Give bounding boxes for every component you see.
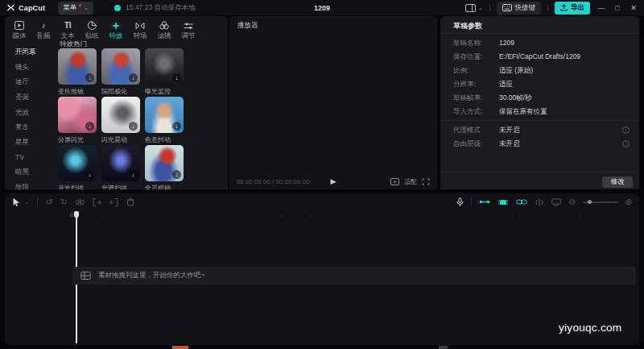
tab-filters[interactable]: 滤镜 — [152, 19, 176, 43]
category-item[interactable]: TV — [5, 150, 55, 165]
tab-transitions[interactable]: 转场 — [128, 19, 152, 43]
trim-left-icon[interactable] — [93, 198, 101, 206]
effects-sparkle-icon — [111, 21, 121, 31]
export-icon — [560, 4, 568, 11]
global-preview-icon[interactable] — [551, 198, 561, 206]
effect-card[interactable]: 光谱扫描 — [101, 145, 140, 189]
category-item[interactable]: 故障 — [5, 180, 55, 189]
tab-effects[interactable]: 特效 — [104, 19, 128, 43]
info-icon[interactable] — [622, 140, 630, 147]
chevron-down-icon — [84, 5, 89, 11]
effect-card[interactable]: 全景模糊 — [145, 145, 184, 189]
modify-button[interactable]: 修改 — [602, 177, 633, 188]
cursor-mode-chevron-icon[interactable] — [24, 199, 29, 206]
effect-card[interactable]: 曝光监控 — [145, 48, 184, 96]
effect-thumbnail — [101, 48, 140, 85]
fit-ratio-icon[interactable] — [390, 178, 399, 185]
param-row: 保存位置: E:/EFI/CapCut Drafts/1209 — [453, 52, 580, 62]
timeline-zoom-slider[interactable] — [583, 202, 618, 203]
select-cursor-icon[interactable] — [12, 197, 21, 207]
info-icon[interactable] — [622, 127, 630, 134]
slider-knob[interactable] — [588, 200, 592, 204]
text-icon — [64, 20, 71, 31]
tab-adjust[interactable]: 调节 — [176, 19, 200, 43]
library-tab-bar: 媒体 音频 文本 贴纸 特效 转场 滤镜 调节 — [7, 19, 200, 43]
linkage-toggle-icon[interactable] — [516, 198, 527, 206]
trim-right-icon[interactable] — [109, 198, 118, 206]
timeline-panel: 0 素材拖拽到这里，开始你的大作吧~ — [5, 193, 639, 345]
param-toggle-row: 自由层级: 未开启 — [453, 139, 520, 149]
fit-ratio-label[interactable]: 适配 — [404, 177, 417, 186]
effect-name: 色差抖动 — [145, 135, 184, 144]
auto-snap-toggle-icon[interactable] — [497, 198, 509, 206]
media-placeholder-icon — [80, 271, 91, 280]
chevron-down-icon — [478, 5, 483, 11]
effect-card[interactable]: 色差抖动 — [145, 97, 184, 144]
download-icon — [85, 122, 94, 131]
player-controls-bar: 00:00:00:00 / 00:00:00:00 适配 — [229, 173, 437, 189]
maximize-button[interactable]: □ — [613, 4, 622, 12]
effect-thumbnail — [145, 48, 184, 85]
empty-track-dropzone[interactable]: 素材拖拽到这里，开始你的大作吧~ — [72, 267, 636, 285]
divider — [471, 197, 472, 206]
autosave-status-icon — [114, 5, 121, 11]
layout-icon — [465, 4, 476, 12]
player-time-separator: / — [272, 178, 274, 185]
effect-card[interactable]: 隔阳极化 — [101, 48, 140, 96]
draft-params-panel: 草稿参数 草稿名称: 1209 保存位置: E:/EFI/CapCut Draf… — [440, 16, 639, 189]
keyboard-icon — [502, 4, 512, 11]
autosave-status-text: 15:47:23 自动保存本地 — [126, 3, 195, 13]
effect-name: 变焦推镜 — [58, 87, 97, 96]
category-item[interactable]: 圣诞 — [5, 90, 55, 106]
category-item[interactable]: 迪厅 — [5, 75, 55, 90]
export-button[interactable]: 导出 — [555, 2, 590, 15]
record-mic-icon[interactable] — [456, 197, 464, 207]
sticker-icon — [88, 21, 97, 30]
effects-category-list: 开闭幕 镜头 迪厅 圣诞 光效 复古 星星 TV 暗黑 故障 扭曲 — [5, 45, 55, 189]
layout-switch-button[interactable] — [465, 4, 483, 12]
shortcuts-button[interactable]: 快捷键 — [497, 2, 542, 15]
split-clip-icon[interactable] — [76, 198, 85, 206]
timeline-toolbar — [5, 193, 639, 210]
download-icon — [129, 73, 138, 82]
app-logo: CapCut — [6, 3, 45, 12]
taskbar-sliver — [439, 346, 448, 349]
effect-card[interactable]: 分屏闪光 — [58, 97, 97, 144]
redo-button[interactable] — [60, 197, 67, 206]
effect-card[interactable]: 变焦推镜 — [58, 48, 97, 96]
delete-icon[interactable] — [126, 197, 134, 206]
category-item[interactable]: 光效 — [5, 105, 55, 120]
player-time-current: 00:00:00:00 — [237, 178, 270, 185]
category-item[interactable]: 开闭幕 — [5, 45, 55, 60]
fullscreen-icon[interactable] — [422, 178, 430, 185]
timeline-ruler[interactable] — [72, 215, 636, 218]
download-icon — [129, 170, 138, 179]
undo-button[interactable] — [46, 197, 52, 206]
play-button[interactable] — [331, 177, 336, 185]
effect-card[interactable]: 闪光晃动 — [101, 97, 140, 144]
close-button[interactable]: ✕ — [629, 4, 638, 12]
main-track-magnet-toggle-icon[interactable] — [479, 198, 490, 206]
menu-button[interactable]: 菜单 — [58, 2, 93, 15]
divider — [547, 4, 548, 12]
effect-card[interactable]: 蓝光扫描 — [58, 145, 97, 189]
param-row: 比例: 适应 (原始) — [453, 66, 533, 76]
timeline-zoom-in-icon[interactable] — [625, 197, 632, 206]
category-item[interactable]: 星星 — [5, 135, 55, 151]
category-item[interactable]: 复古 — [5, 120, 55, 135]
minimize-button[interactable]: — — [597, 4, 606, 12]
timeline-zoom-out-icon[interactable] — [568, 197, 575, 206]
effect-name: 光谱扫描 — [101, 184, 140, 189]
preview-axis-icon[interactable] — [535, 198, 544, 206]
download-icon — [85, 73, 94, 82]
adjust-sliders-icon — [184, 22, 193, 30]
divider — [489, 4, 490, 12]
download-icon — [172, 73, 181, 82]
category-item[interactable]: 暗黑 — [5, 165, 55, 181]
category-item[interactable]: 镜头 — [5, 60, 55, 76]
tab-media[interactable]: 媒体 — [7, 19, 31, 43]
library-panel: 媒体 音频 文本 贴纸 特效 转场 滤镜 调节 — [5, 16, 228, 189]
tab-audio[interactable]: 音频 — [31, 19, 56, 43]
effect-thumbnail — [58, 48, 97, 85]
watermark-text: yiyouqc.com — [559, 322, 621, 334]
